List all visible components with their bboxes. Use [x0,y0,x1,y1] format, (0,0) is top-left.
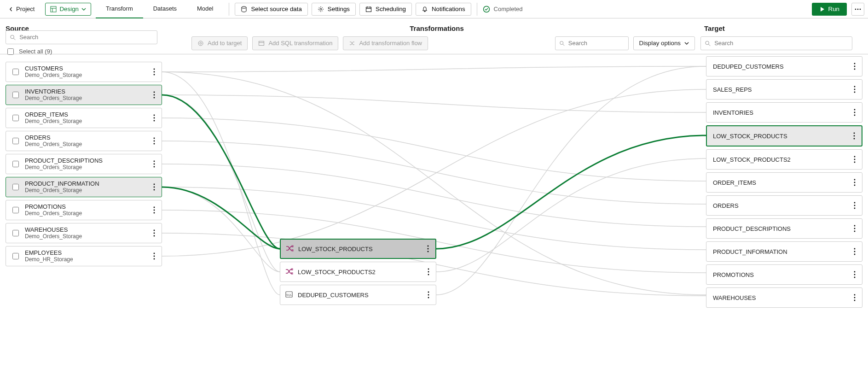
more-vertical-icon[interactable] [150,204,159,217]
add-sql-transformation-button[interactable]: Add SQL transformation [252,36,338,50]
target-row-product_information[interactable]: PRODUCT_INFORMATION [706,241,862,262]
more-vertical-icon[interactable] [150,227,159,240]
flow-icon [285,244,294,254]
source-row-checkbox[interactable] [12,115,19,121]
source-row-name: CUSTOMERS [25,65,145,72]
source-row-employees[interactable]: EMPLOYEESDemo_HR_Storage [6,246,162,266]
notifications-button[interactable]: Notifications [416,3,471,16]
source-search[interactable] [6,30,157,44]
source-row-checkbox[interactable] [12,161,19,167]
source-row-promotions[interactable]: PROMOTIONSDemo_Orders_Storage [6,200,162,220]
more-vertical-icon[interactable] [850,222,859,235]
svg-point-29 [154,184,155,185]
transformation-row-low_stock_products[interactable]: LOW_STOCK_PRODUCTS [280,239,436,259]
select-source-data-button[interactable]: Select source data [235,3,307,16]
add-transformation-flow-button[interactable]: Add transformation flow [343,36,428,50]
source-row-sub: Demo_HR_Storage [25,257,145,263]
add-to-target-button[interactable]: Add to target [191,36,248,50]
source-row-checkbox[interactable] [12,184,19,190]
source-row-product_descriptions[interactable]: PRODUCT_DESCRIPTIONSDemo_Orders_Storage [6,154,162,174]
tab-transform-label: Transform [106,5,133,12]
source-row-sub: Demo_Orders_Storage [25,234,145,240]
more-vertical-icon[interactable] [150,135,159,147]
more-vertical-icon[interactable] [150,88,159,101]
source-row-labels: ORDER_ITEMSDemo_Orders_Storage [25,111,145,125]
target-row-low_stock_products2[interactable]: LOW_STOCK_PRODUCTS2 [706,149,862,170]
more-vertical-icon[interactable] [150,111,159,124]
svg-point-64 [854,115,856,116]
more-vertical-icon[interactable] [850,291,859,304]
target-row-inventories[interactable]: INVENTORIES [706,102,862,123]
target-search-input[interactable] [713,39,848,47]
target-row-deduped_customers[interactable]: DEDUPED_CUSTOMERS [706,56,862,76]
svg-point-63 [854,112,856,113]
more-vertical-icon[interactable] [850,129,859,142]
svg-point-82 [854,254,856,255]
more-vertical-icon[interactable] [424,265,433,278]
run-button[interactable]: Run [812,3,847,16]
more-vertical-icon[interactable] [150,250,159,263]
source-row-order_items[interactable]: ORDER_ITEMSDemo_Orders_Storage [6,108,162,128]
back-to-project-button[interactable]: Project [4,3,40,16]
source-row-checkbox[interactable] [12,230,19,236]
source-list: CUSTOMERSDemo_Orders_StorageINVENTORIESD… [6,62,162,266]
more-vertical-icon[interactable] [850,106,859,119]
more-vertical-icon[interactable] [424,288,433,301]
chevron-down-icon [684,41,689,46]
select-all-input[interactable] [7,48,14,55]
source-row-checkbox[interactable] [12,207,19,213]
target-row-name: ORDERS [713,202,845,209]
source-row-product_information[interactable]: PRODUCT_INFORMATIONDemo_Orders_Storage [6,177,162,197]
sql-icon: SQL [285,290,293,300]
source-row-checkbox[interactable] [12,138,19,144]
svg-point-25 [154,143,155,145]
more-vertical-icon[interactable] [150,65,159,78]
tab-transform[interactable]: Transform [96,0,143,18]
transformations-search-input[interactable] [567,39,625,47]
target-row-promotions[interactable]: PROMOTIONS [706,264,862,285]
scheduling-button[interactable]: Scheduling [359,3,412,16]
more-vertical-icon[interactable] [850,176,859,189]
target-row-orders[interactable]: ORDERS [706,195,862,216]
more-vertical-icon[interactable] [850,199,859,212]
more-vertical-icon[interactable] [150,158,159,170]
display-options-button[interactable]: Display options [633,36,695,50]
more-vertical-icon[interactable] [423,242,433,255]
target-row-product_descriptions[interactable]: PRODUCT_DESCRIPTIONS [706,218,862,239]
more-actions-button[interactable] [851,3,864,16]
svg-point-67 [854,138,855,140]
source-row-warehouses[interactable]: WAREHOUSESDemo_Orders_Storage [6,223,162,243]
settings-label: Settings [328,6,350,12]
transformations-search[interactable] [555,36,629,50]
more-vertical-icon[interactable] [850,268,859,281]
svg-point-45 [428,251,429,252]
source-row-checkbox[interactable] [12,92,19,98]
settings-button[interactable]: Settings [312,3,356,16]
target-row-low_stock_products[interactable]: LOW_STOCK_PRODUCTS [706,125,862,147]
more-vertical-icon[interactable] [850,60,859,73]
svg-point-20 [154,115,155,116]
more-vertical-icon[interactable] [150,181,159,194]
source-row-customers[interactable]: CUSTOMERSDemo_Orders_Storage [6,62,162,82]
transformation-row-deduped_customers[interactable]: SQLDEDUPED_CUSTOMERS [280,285,436,305]
more-vertical-icon[interactable] [850,153,859,166]
svg-point-35 [154,230,155,231]
more-vertical-icon[interactable] [850,83,859,96]
transformation-row-low_stock_products2[interactable]: LOW_STOCK_PRODUCTS2 [280,262,436,282]
source-row-checkbox[interactable] [12,69,19,75]
svg-point-24 [154,141,155,142]
svg-point-21 [154,117,155,119]
source-row-inventories[interactable]: INVENTORIESDemo_Orders_Storage [6,85,162,105]
target-row-sales_reps[interactable]: SALES_REPS [706,79,862,100]
more-vertical-icon[interactable] [850,245,859,258]
target-row-order_items[interactable]: ORDER_ITEMS [706,172,862,193]
tab-datasets[interactable]: Datasets [143,0,187,18]
design-dropdown[interactable]: Design [45,3,91,16]
target-row-warehouses[interactable]: WAREHOUSES [706,287,862,308]
source-row-sub: Demo_Orders_Storage [25,188,145,194]
source-row-orders[interactable]: ORDERSDemo_Orders_Storage [6,131,162,151]
target-search[interactable] [700,36,852,50]
tab-model[interactable]: Model [187,0,223,18]
source-search-input[interactable] [18,33,153,41]
source-row-checkbox[interactable] [12,253,19,259]
